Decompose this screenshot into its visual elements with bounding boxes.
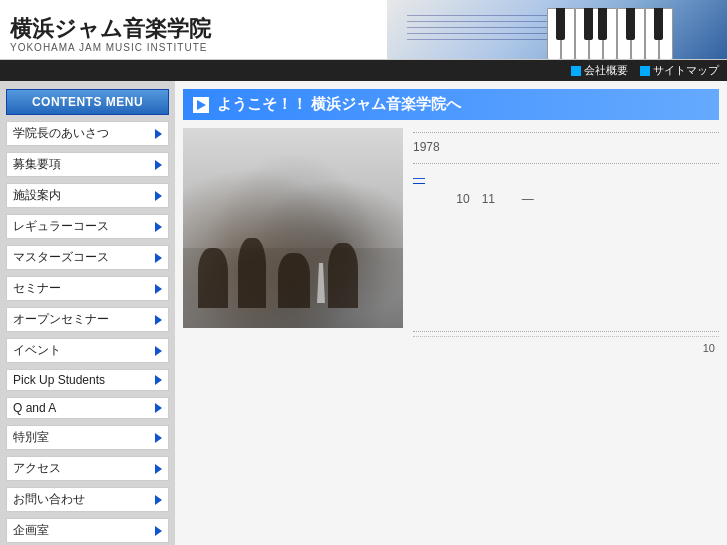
- text-area: 1978 — 10 11 — 10: [413, 128, 719, 545]
- menu-arrow-icon: [155, 284, 162, 294]
- header-logo: 横浜ジャム音楽学院 YOKOHAMA JAM MUSIC INSTITUTE: [0, 10, 221, 59]
- year-text: 1978: [413, 137, 719, 159]
- company-icon: [571, 66, 581, 76]
- page-bottom: 10: [413, 336, 719, 361]
- menu-arrow-icon: [155, 464, 162, 474]
- sidebar-item-event[interactable]: イベント: [6, 338, 169, 363]
- sidebar-item-access[interactable]: アクセス: [6, 456, 169, 481]
- contents-menu-header: CONTENTS MENU: [6, 89, 169, 115]
- menu-arrow-icon: [155, 129, 162, 139]
- sidebar-item-special[interactable]: 特別室: [6, 425, 169, 450]
- nav-company[interactable]: 会社概要: [571, 63, 628, 78]
- menu-arrow-icon: [155, 375, 162, 385]
- sidebar-item-contact[interactable]: お問い合わせ: [6, 487, 169, 512]
- menu-arrow-icon: [155, 315, 162, 325]
- header: 横浜ジャム音楽学院 YOKOHAMA JAM MUSIC INSTITUTE: [0, 0, 727, 60]
- main-content: ようこそ！！ 横浜ジャム音楽学院へ 1978 —: [175, 81, 727, 545]
- studio-photo: [183, 128, 403, 328]
- menu-arrow-icon: [155, 526, 162, 536]
- welcome-banner: ようこそ！！ 横浜ジャム音楽学院へ: [183, 89, 719, 120]
- menu-arrow-icon: [155, 191, 162, 201]
- link-text[interactable]: —: [413, 171, 425, 185]
- menu-arrow-icon: [155, 403, 162, 413]
- music-staff: [407, 15, 547, 45]
- sidebar-item-open-seminar[interactable]: オープンセミナー: [6, 307, 169, 332]
- sidebar-item-kikaku[interactable]: 企画室: [6, 518, 169, 543]
- numbers-text: 10 11 —: [413, 189, 719, 211]
- header-decoration: [387, 0, 727, 60]
- play-icon: [193, 97, 209, 113]
- sidebar-item-seminar[interactable]: セミナー: [6, 276, 169, 301]
- sidebar-item-masters[interactable]: マスターズコース: [6, 245, 169, 270]
- main-layout: CONTENTS MENU 学院長のあいさつ 募集要項 施設案内 レギュラーコー…: [0, 81, 727, 545]
- piano-keys: [547, 0, 727, 60]
- menu-arrow-icon: [155, 253, 162, 263]
- menu-arrow-icon: [155, 495, 162, 505]
- sitemap-icon: [640, 66, 650, 76]
- sidebar-item-pickup[interactable]: Pick Up Students: [6, 369, 169, 391]
- title-en: YOKOHAMA JAM MUSIC INSTITUTE: [10, 42, 211, 53]
- nav-sitemap[interactable]: サイトマップ: [640, 63, 719, 78]
- menu-arrow-icon: [155, 433, 162, 443]
- sidebar-item-qanda[interactable]: Q and A: [6, 397, 169, 419]
- menu-arrow-icon: [155, 346, 162, 356]
- title-jp: 横浜ジャム音楽学院: [10, 16, 211, 42]
- content-body: 1978 — 10 11 — 10: [183, 128, 719, 545]
- menu-arrow-icon: [155, 222, 162, 232]
- sidebar-item-shisetsu[interactable]: 施設案内: [6, 183, 169, 208]
- sidebar-item-greeting[interactable]: 学院長のあいさつ: [6, 121, 169, 146]
- sidebar-item-regular[interactable]: レギュラーコース: [6, 214, 169, 239]
- nav-top-bar: 会社概要 サイトマップ: [0, 60, 727, 81]
- menu-arrow-icon: [155, 160, 162, 170]
- sidebar-item-boshu[interactable]: 募集要項: [6, 152, 169, 177]
- sidebar: CONTENTS MENU 学院長のあいさつ 募集要項 施設案内 レギュラーコー…: [0, 81, 175, 545]
